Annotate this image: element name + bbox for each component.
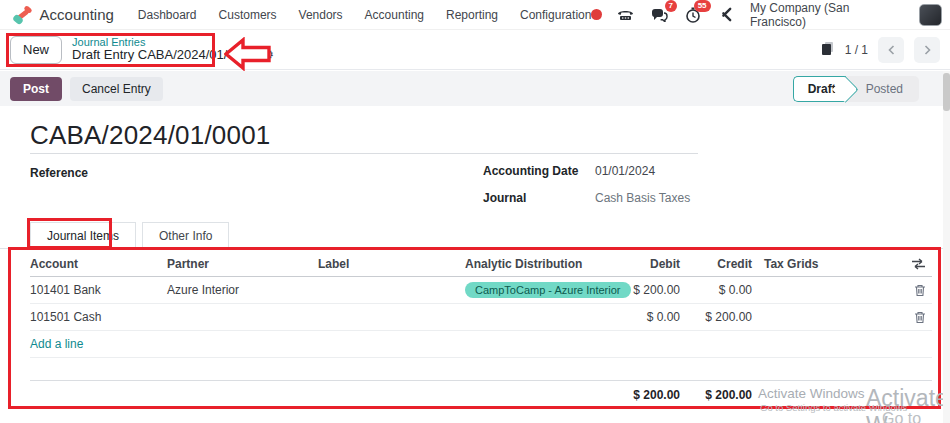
col-header-label[interactable]: Label xyxy=(318,257,465,271)
total-debit: $ 200.00 xyxy=(607,388,680,402)
col-header-tax-grids[interactable]: Tax Grids xyxy=(752,257,847,271)
pager-counter: 1 / 1 xyxy=(845,43,868,57)
right-field-group: Accounting Date 01/01/2024 Journal Cash … xyxy=(483,164,690,205)
col-header-analytic[interactable]: Analytic Distribution xyxy=(465,257,607,271)
document-title[interactable]: CABA/2024/01/0001 xyxy=(30,120,270,151)
tabs-divider xyxy=(0,248,943,249)
cell-account[interactable]: 101401 Bank xyxy=(30,283,167,297)
messages-badge: 7 xyxy=(665,0,677,12)
odoo-accounting-screen: Accounting Dashboard Customers Vendors A… xyxy=(0,0,950,423)
totals-row: $ 200.00 $ 200.00 xyxy=(30,381,932,408)
optional-columns-icon[interactable] xyxy=(911,258,926,270)
activities-clock-icon[interactable]: 55 xyxy=(683,6,702,24)
scrollbar-thumb[interactable] xyxy=(943,73,950,111)
gear-icon[interactable]: ⚙ xyxy=(262,48,274,63)
add-line-row: Add a line xyxy=(30,331,932,358)
table-row[interactable]: 101501 Cash $ 0.00 $ 200.00 xyxy=(30,304,932,331)
cancel-entry-button[interactable]: Cancel Entry xyxy=(70,77,163,101)
journal-label: Journal xyxy=(483,191,583,205)
col-header-debit[interactable]: Debit xyxy=(607,257,680,271)
navbar-right: 7 55 My Company (San Francisco) xyxy=(591,1,942,29)
form-button-bar: Post Cancel Entry Draft Posted xyxy=(0,71,943,106)
tab-other-info[interactable]: Other Info xyxy=(142,222,229,249)
vertical-scrollbar[interactable] xyxy=(943,71,950,423)
app-logo-icon[interactable] xyxy=(12,5,32,25)
accounting-date-label: Accounting Date xyxy=(483,164,583,178)
table-header-row: Account Partner Label Analytic Distribut… xyxy=(30,251,932,277)
cell-partner[interactable]: Azure Interior xyxy=(167,283,318,297)
main-menu: Dashboard Customers Vendors Accounting R… xyxy=(138,8,592,22)
journal-items-table: Account Partner Label Analytic Distribut… xyxy=(30,251,932,408)
recording-indicator-icon xyxy=(591,9,602,20)
notebook-tabs: Journal Items Other Info xyxy=(30,222,229,249)
menu-reporting[interactable]: Reporting xyxy=(446,8,498,22)
cell-credit[interactable]: $ 0.00 xyxy=(680,283,752,297)
company-switcher[interactable]: My Company (San Francisco) xyxy=(750,1,905,29)
reference-label: Reference xyxy=(30,166,88,180)
pages-icon[interactable] xyxy=(820,40,835,60)
table-row[interactable]: 101401 Bank Azure Interior CampToCamp - … xyxy=(30,277,932,304)
add-a-line-link[interactable]: Add a line xyxy=(30,337,167,351)
pager-next-button[interactable] xyxy=(914,37,940,63)
pager-previous-button[interactable] xyxy=(878,37,904,63)
tab-journal-items[interactable]: Journal Items xyxy=(30,222,136,249)
pager-zone: 1 / 1 xyxy=(820,37,940,63)
delete-row-icon[interactable] xyxy=(914,311,926,324)
accounting-date-value[interactable]: 01/01/2024 xyxy=(595,164,690,178)
title-divider xyxy=(30,153,698,154)
cell-debit[interactable]: $ 200.00 xyxy=(607,283,680,297)
analytic-distribution-tag[interactable]: CampToCamp - Azure Interior xyxy=(465,282,631,298)
menu-configuration[interactable]: Configuration xyxy=(520,8,591,22)
cell-credit[interactable]: $ 200.00 xyxy=(680,310,752,324)
cell-debit[interactable]: $ 0.00 xyxy=(607,310,680,324)
form-sheet: CABA/2024/01/0001 Reference Accounting D… xyxy=(0,106,943,423)
breadcrumb-current: Draft Entry CABA/2024/01/0001 xyxy=(72,48,256,63)
table-spacer xyxy=(30,358,932,381)
tools-icon[interactable] xyxy=(717,6,736,24)
phone-icon[interactable] xyxy=(616,6,635,24)
activities-badge: 55 xyxy=(694,0,711,12)
post-button[interactable]: Post xyxy=(10,77,62,101)
col-header-credit[interactable]: Credit xyxy=(680,257,752,271)
total-credit: $ 200.00 xyxy=(680,388,752,402)
journal-value[interactable]: Cash Basis Taxes xyxy=(595,191,690,205)
messages-icon[interactable]: 7 xyxy=(650,6,669,24)
col-header-partner[interactable]: Partner xyxy=(167,257,318,271)
menu-customers[interactable]: Customers xyxy=(219,8,277,22)
menu-vendors[interactable]: Vendors xyxy=(299,8,343,22)
menu-accounting[interactable]: Accounting xyxy=(365,8,424,22)
control-panel: New Journal Entries Draft Entry CABA/202… xyxy=(0,30,950,70)
user-avatar[interactable] xyxy=(919,4,942,26)
breadcrumb: Journal Entries Draft Entry CABA/2024/01… xyxy=(72,36,274,64)
status-bar: Draft Posted xyxy=(793,76,919,102)
top-navbar: Accounting Dashboard Customers Vendors A… xyxy=(0,0,950,30)
col-header-account[interactable]: Account xyxy=(30,257,167,271)
app-name[interactable]: Accounting xyxy=(40,6,114,23)
status-draft[interactable]: Draft xyxy=(793,76,846,102)
new-button[interactable]: New xyxy=(10,36,62,64)
menu-dashboard[interactable]: Dashboard xyxy=(138,8,197,22)
cell-account[interactable]: 101501 Cash xyxy=(30,310,167,324)
delete-row-icon[interactable] xyxy=(914,284,926,297)
